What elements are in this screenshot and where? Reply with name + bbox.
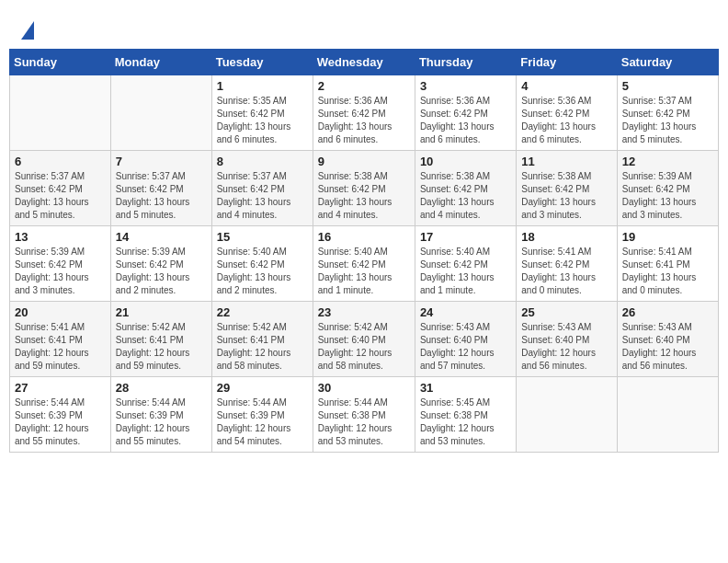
calendar-cell: 5Sunrise: 5:37 AM Sunset: 6:42 PM Daylig… (617, 75, 718, 151)
calendar-cell: 10Sunrise: 5:38 AM Sunset: 6:42 PM Dayli… (415, 151, 516, 226)
calendar-cell: 15Sunrise: 5:40 AM Sunset: 6:42 PM Dayli… (211, 226, 313, 302)
calendar-cell: 7Sunrise: 5:37 AM Sunset: 6:42 PM Daylig… (110, 151, 211, 226)
day-info: Sunrise: 5:39 AM Sunset: 6:42 PM Dayligh… (15, 246, 106, 297)
day-info: Sunrise: 5:35 AM Sunset: 6:42 PM Dayligh… (217, 95, 308, 146)
calendar-cell: 22Sunrise: 5:42 AM Sunset: 6:41 PM Dayli… (211, 302, 313, 377)
calendar-week-row: 13Sunrise: 5:39 AM Sunset: 6:42 PM Dayli… (10, 226, 719, 302)
logo (18, 18, 34, 40)
day-number: 15 (217, 230, 308, 244)
calendar-cell: 26Sunrise: 5:43 AM Sunset: 6:40 PM Dayli… (617, 302, 718, 377)
day-number: 9 (318, 155, 410, 168)
day-number: 1 (217, 79, 308, 93)
day-info: Sunrise: 5:38 AM Sunset: 6:42 PM Dayligh… (521, 170, 611, 222)
calendar-cell: 3Sunrise: 5:36 AM Sunset: 6:42 PM Daylig… (415, 75, 516, 151)
page-header (9, 9, 719, 44)
day-number: 24 (420, 305, 511, 319)
calendar-header-row: SundayMondayTuesdayWednesdayThursdayFrid… (10, 50, 719, 75)
calendar-cell: 11Sunrise: 5:38 AM Sunset: 6:42 PM Dayli… (517, 151, 617, 226)
day-info: Sunrise: 5:36 AM Sunset: 6:42 PM Dayligh… (318, 95, 410, 146)
day-number: 20 (15, 305, 106, 319)
day-info: Sunrise: 5:43 AM Sunset: 6:40 PM Dayligh… (420, 321, 511, 373)
calendar-cell (110, 75, 211, 151)
day-number: 11 (521, 155, 611, 168)
calendar-cell: 9Sunrise: 5:38 AM Sunset: 6:42 PM Daylig… (313, 151, 415, 226)
day-number: 25 (521, 305, 611, 319)
calendar-cell: 13Sunrise: 5:39 AM Sunset: 6:42 PM Dayli… (10, 226, 111, 302)
day-number: 22 (217, 305, 308, 319)
day-number: 31 (420, 381, 511, 395)
day-number: 30 (318, 381, 410, 395)
calendar-cell: 31Sunrise: 5:45 AM Sunset: 6:38 PM Dayli… (415, 377, 516, 453)
day-info: Sunrise: 5:40 AM Sunset: 6:42 PM Dayligh… (217, 246, 308, 297)
calendar-table: SundayMondayTuesdayWednesdayThursdayFrid… (9, 49, 719, 453)
day-info: Sunrise: 5:41 AM Sunset: 6:41 PM Dayligh… (15, 321, 106, 373)
day-number: 12 (622, 155, 713, 168)
calendar-cell: 8Sunrise: 5:37 AM Sunset: 6:42 PM Daylig… (211, 151, 313, 226)
day-info: Sunrise: 5:37 AM Sunset: 6:42 PM Dayligh… (622, 95, 713, 146)
day-number: 6 (15, 155, 106, 168)
day-info: Sunrise: 5:36 AM Sunset: 6:42 PM Dayligh… (521, 95, 611, 146)
day-number: 21 (116, 305, 207, 319)
day-info: Sunrise: 5:45 AM Sunset: 6:38 PM Dayligh… (420, 396, 511, 448)
calendar-cell (10, 75, 111, 151)
calendar-cell: 27Sunrise: 5:44 AM Sunset: 6:39 PM Dayli… (10, 377, 111, 453)
calendar-cell: 14Sunrise: 5:39 AM Sunset: 6:42 PM Dayli… (110, 226, 211, 302)
day-info: Sunrise: 5:44 AM Sunset: 6:39 PM Dayligh… (116, 396, 207, 448)
day-info: Sunrise: 5:43 AM Sunset: 6:40 PM Dayligh… (622, 321, 713, 373)
day-number: 26 (622, 305, 713, 319)
day-info: Sunrise: 5:41 AM Sunset: 6:42 PM Dayligh… (521, 246, 611, 297)
day-info: Sunrise: 5:36 AM Sunset: 6:42 PM Dayligh… (420, 95, 511, 146)
day-number: 14 (116, 230, 207, 244)
day-info: Sunrise: 5:39 AM Sunset: 6:42 PM Dayligh… (116, 246, 207, 297)
day-info: Sunrise: 5:37 AM Sunset: 6:42 PM Dayligh… (116, 170, 207, 222)
calendar-cell: 1Sunrise: 5:35 AM Sunset: 6:42 PM Daylig… (211, 75, 313, 151)
day-number: 4 (521, 79, 611, 93)
day-info: Sunrise: 5:42 AM Sunset: 6:40 PM Dayligh… (318, 321, 410, 373)
calendar-header-thursday: Thursday (415, 50, 516, 75)
calendar-header-saturday: Saturday (617, 50, 718, 75)
day-number: 18 (521, 230, 611, 244)
day-number: 19 (622, 230, 713, 244)
calendar-cell: 19Sunrise: 5:41 AM Sunset: 6:41 PM Dayli… (617, 226, 718, 302)
calendar-cell: 24Sunrise: 5:43 AM Sunset: 6:40 PM Dayli… (415, 302, 516, 377)
day-info: Sunrise: 5:44 AM Sunset: 6:39 PM Dayligh… (217, 396, 308, 448)
calendar-cell: 18Sunrise: 5:41 AM Sunset: 6:42 PM Dayli… (517, 226, 617, 302)
day-info: Sunrise: 5:44 AM Sunset: 6:39 PM Dayligh… (15, 396, 106, 448)
day-info: Sunrise: 5:40 AM Sunset: 6:42 PM Dayligh… (420, 246, 511, 297)
day-number: 8 (217, 155, 308, 168)
day-info: Sunrise: 5:41 AM Sunset: 6:41 PM Dayligh… (622, 246, 713, 297)
day-info: Sunrise: 5:40 AM Sunset: 6:42 PM Dayligh… (318, 246, 410, 297)
calendar-header-friday: Friday (517, 50, 617, 75)
day-info: Sunrise: 5:44 AM Sunset: 6:38 PM Dayligh… (318, 396, 410, 448)
calendar-header-tuesday: Tuesday (211, 50, 313, 75)
calendar-cell: 28Sunrise: 5:44 AM Sunset: 6:39 PM Dayli… (110, 377, 211, 453)
day-info: Sunrise: 5:42 AM Sunset: 6:41 PM Dayligh… (116, 321, 207, 373)
calendar-cell: 4Sunrise: 5:36 AM Sunset: 6:42 PM Daylig… (517, 75, 617, 151)
calendar-cell: 12Sunrise: 5:39 AM Sunset: 6:42 PM Dayli… (617, 151, 718, 226)
calendar-cell: 2Sunrise: 5:36 AM Sunset: 6:42 PM Daylig… (313, 75, 415, 151)
day-info: Sunrise: 5:39 AM Sunset: 6:42 PM Dayligh… (622, 170, 713, 222)
day-number: 16 (318, 230, 410, 244)
calendar-cell: 29Sunrise: 5:44 AM Sunset: 6:39 PM Dayli… (211, 377, 313, 453)
calendar-header-monday: Monday (110, 50, 211, 75)
day-number: 5 (622, 79, 713, 93)
day-info: Sunrise: 5:42 AM Sunset: 6:41 PM Dayligh… (217, 321, 308, 373)
calendar-cell: 23Sunrise: 5:42 AM Sunset: 6:40 PM Dayli… (313, 302, 415, 377)
calendar-cell (617, 377, 718, 453)
day-info: Sunrise: 5:43 AM Sunset: 6:40 PM Dayligh… (521, 321, 611, 373)
day-number: 13 (15, 230, 106, 244)
day-number: 17 (420, 230, 511, 244)
calendar-header-sunday: Sunday (10, 50, 111, 75)
calendar-week-row: 27Sunrise: 5:44 AM Sunset: 6:39 PM Dayli… (10, 377, 719, 453)
calendar-cell: 17Sunrise: 5:40 AM Sunset: 6:42 PM Dayli… (415, 226, 516, 302)
calendar-cell: 16Sunrise: 5:40 AM Sunset: 6:42 PM Dayli… (313, 226, 415, 302)
day-number: 23 (318, 305, 410, 319)
calendar-week-row: 20Sunrise: 5:41 AM Sunset: 6:41 PM Dayli… (10, 302, 719, 377)
calendar-header-wednesday: Wednesday (313, 50, 415, 75)
day-number: 10 (420, 155, 511, 168)
day-number: 3 (420, 79, 511, 93)
day-info: Sunrise: 5:37 AM Sunset: 6:42 PM Dayligh… (217, 170, 308, 222)
calendar-cell: 20Sunrise: 5:41 AM Sunset: 6:41 PM Dayli… (10, 302, 111, 377)
logo-icon (21, 21, 34, 40)
calendar-cell: 25Sunrise: 5:43 AM Sunset: 6:40 PM Dayli… (517, 302, 617, 377)
